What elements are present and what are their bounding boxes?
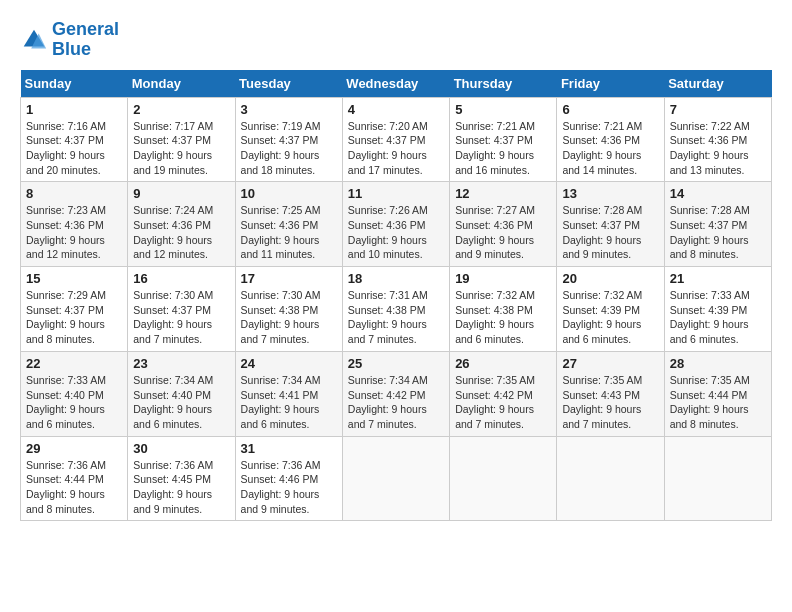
day-number: 19 bbox=[455, 271, 551, 286]
calendar-cell: 24Sunrise: 7:34 AMSunset: 4:41 PMDayligh… bbox=[235, 351, 342, 436]
day-number: 14 bbox=[670, 186, 766, 201]
calendar-cell: 7Sunrise: 7:22 AMSunset: 4:36 PMDaylight… bbox=[664, 97, 771, 182]
calendar-table: SundayMondayTuesdayWednesdayThursdayFrid… bbox=[20, 70, 772, 522]
day-detail: Sunrise: 7:30 AMSunset: 4:38 PMDaylight:… bbox=[241, 288, 337, 347]
day-number: 18 bbox=[348, 271, 444, 286]
day-number: 9 bbox=[133, 186, 229, 201]
calendar-week-2: 8Sunrise: 7:23 AMSunset: 4:36 PMDaylight… bbox=[21, 182, 772, 267]
calendar-cell: 4Sunrise: 7:20 AMSunset: 4:37 PMDaylight… bbox=[342, 97, 449, 182]
calendar-cell: 2Sunrise: 7:17 AMSunset: 4:37 PMDaylight… bbox=[128, 97, 235, 182]
day-detail: Sunrise: 7:30 AMSunset: 4:37 PMDaylight:… bbox=[133, 288, 229, 347]
calendar-cell: 6Sunrise: 7:21 AMSunset: 4:36 PMDaylight… bbox=[557, 97, 664, 182]
calendar-week-3: 15Sunrise: 7:29 AMSunset: 4:37 PMDayligh… bbox=[21, 267, 772, 352]
calendar-cell: 10Sunrise: 7:25 AMSunset: 4:36 PMDayligh… bbox=[235, 182, 342, 267]
calendar-cell: 19Sunrise: 7:32 AMSunset: 4:38 PMDayligh… bbox=[450, 267, 557, 352]
day-detail: Sunrise: 7:34 AMSunset: 4:41 PMDaylight:… bbox=[241, 373, 337, 432]
day-detail: Sunrise: 7:32 AMSunset: 4:39 PMDaylight:… bbox=[562, 288, 658, 347]
day-number: 3 bbox=[241, 102, 337, 117]
calendar-cell: 5Sunrise: 7:21 AMSunset: 4:37 PMDaylight… bbox=[450, 97, 557, 182]
calendar-cell: 15Sunrise: 7:29 AMSunset: 4:37 PMDayligh… bbox=[21, 267, 128, 352]
day-number: 15 bbox=[26, 271, 122, 286]
calendar-cell: 14Sunrise: 7:28 AMSunset: 4:37 PMDayligh… bbox=[664, 182, 771, 267]
calendar-cell: 9Sunrise: 7:24 AMSunset: 4:36 PMDaylight… bbox=[128, 182, 235, 267]
day-number: 28 bbox=[670, 356, 766, 371]
day-detail: Sunrise: 7:22 AMSunset: 4:36 PMDaylight:… bbox=[670, 119, 766, 178]
calendar-cell bbox=[342, 436, 449, 521]
day-header-thursday: Thursday bbox=[450, 70, 557, 98]
calendar-cell: 25Sunrise: 7:34 AMSunset: 4:42 PMDayligh… bbox=[342, 351, 449, 436]
day-number: 1 bbox=[26, 102, 122, 117]
day-detail: Sunrise: 7:21 AMSunset: 4:36 PMDaylight:… bbox=[562, 119, 658, 178]
day-number: 12 bbox=[455, 186, 551, 201]
day-detail: Sunrise: 7:26 AMSunset: 4:36 PMDaylight:… bbox=[348, 203, 444, 262]
day-detail: Sunrise: 7:28 AMSunset: 4:37 PMDaylight:… bbox=[562, 203, 658, 262]
day-detail: Sunrise: 7:32 AMSunset: 4:38 PMDaylight:… bbox=[455, 288, 551, 347]
day-detail: Sunrise: 7:36 AMSunset: 4:45 PMDaylight:… bbox=[133, 458, 229, 517]
calendar-cell: 30Sunrise: 7:36 AMSunset: 4:45 PMDayligh… bbox=[128, 436, 235, 521]
calendar-cell bbox=[450, 436, 557, 521]
calendar-week-5: 29Sunrise: 7:36 AMSunset: 4:44 PMDayligh… bbox=[21, 436, 772, 521]
day-detail: Sunrise: 7:34 AMSunset: 4:40 PMDaylight:… bbox=[133, 373, 229, 432]
day-detail: Sunrise: 7:28 AMSunset: 4:37 PMDaylight:… bbox=[670, 203, 766, 262]
calendar-week-1: 1Sunrise: 7:16 AMSunset: 4:37 PMDaylight… bbox=[21, 97, 772, 182]
day-header-wednesday: Wednesday bbox=[342, 70, 449, 98]
day-number: 5 bbox=[455, 102, 551, 117]
calendar-header-row: SundayMondayTuesdayWednesdayThursdayFrid… bbox=[21, 70, 772, 98]
day-detail: Sunrise: 7:34 AMSunset: 4:42 PMDaylight:… bbox=[348, 373, 444, 432]
calendar-cell: 29Sunrise: 7:36 AMSunset: 4:44 PMDayligh… bbox=[21, 436, 128, 521]
logo: General Blue bbox=[20, 20, 119, 60]
day-number: 23 bbox=[133, 356, 229, 371]
calendar-cell: 31Sunrise: 7:36 AMSunset: 4:46 PMDayligh… bbox=[235, 436, 342, 521]
day-detail: Sunrise: 7:35 AMSunset: 4:42 PMDaylight:… bbox=[455, 373, 551, 432]
day-detail: Sunrise: 7:27 AMSunset: 4:36 PMDaylight:… bbox=[455, 203, 551, 262]
day-detail: Sunrise: 7:16 AMSunset: 4:37 PMDaylight:… bbox=[26, 119, 122, 178]
day-number: 10 bbox=[241, 186, 337, 201]
page-header: General Blue bbox=[20, 20, 772, 60]
calendar-cell: 22Sunrise: 7:33 AMSunset: 4:40 PMDayligh… bbox=[21, 351, 128, 436]
calendar-cell: 8Sunrise: 7:23 AMSunset: 4:36 PMDaylight… bbox=[21, 182, 128, 267]
day-number: 2 bbox=[133, 102, 229, 117]
day-detail: Sunrise: 7:35 AMSunset: 4:44 PMDaylight:… bbox=[670, 373, 766, 432]
day-number: 24 bbox=[241, 356, 337, 371]
day-detail: Sunrise: 7:25 AMSunset: 4:36 PMDaylight:… bbox=[241, 203, 337, 262]
day-detail: Sunrise: 7:17 AMSunset: 4:37 PMDaylight:… bbox=[133, 119, 229, 178]
calendar-cell: 27Sunrise: 7:35 AMSunset: 4:43 PMDayligh… bbox=[557, 351, 664, 436]
day-detail: Sunrise: 7:36 AMSunset: 4:46 PMDaylight:… bbox=[241, 458, 337, 517]
calendar-cell: 16Sunrise: 7:30 AMSunset: 4:37 PMDayligh… bbox=[128, 267, 235, 352]
day-number: 7 bbox=[670, 102, 766, 117]
day-number: 13 bbox=[562, 186, 658, 201]
day-number: 17 bbox=[241, 271, 337, 286]
calendar-cell: 12Sunrise: 7:27 AMSunset: 4:36 PMDayligh… bbox=[450, 182, 557, 267]
calendar-week-4: 22Sunrise: 7:33 AMSunset: 4:40 PMDayligh… bbox=[21, 351, 772, 436]
day-detail: Sunrise: 7:36 AMSunset: 4:44 PMDaylight:… bbox=[26, 458, 122, 517]
day-number: 31 bbox=[241, 441, 337, 456]
calendar-cell: 23Sunrise: 7:34 AMSunset: 4:40 PMDayligh… bbox=[128, 351, 235, 436]
day-number: 4 bbox=[348, 102, 444, 117]
day-number: 6 bbox=[562, 102, 658, 117]
day-detail: Sunrise: 7:35 AMSunset: 4:43 PMDaylight:… bbox=[562, 373, 658, 432]
calendar-cell: 1Sunrise: 7:16 AMSunset: 4:37 PMDaylight… bbox=[21, 97, 128, 182]
day-header-sunday: Sunday bbox=[21, 70, 128, 98]
day-detail: Sunrise: 7:21 AMSunset: 4:37 PMDaylight:… bbox=[455, 119, 551, 178]
calendar-cell bbox=[664, 436, 771, 521]
day-number: 26 bbox=[455, 356, 551, 371]
day-number: 20 bbox=[562, 271, 658, 286]
day-number: 30 bbox=[133, 441, 229, 456]
day-detail: Sunrise: 7:23 AMSunset: 4:36 PMDaylight:… bbox=[26, 203, 122, 262]
calendar-cell: 3Sunrise: 7:19 AMSunset: 4:37 PMDaylight… bbox=[235, 97, 342, 182]
day-number: 22 bbox=[26, 356, 122, 371]
day-detail: Sunrise: 7:33 AMSunset: 4:40 PMDaylight:… bbox=[26, 373, 122, 432]
day-number: 25 bbox=[348, 356, 444, 371]
day-header-saturday: Saturday bbox=[664, 70, 771, 98]
calendar-cell: 17Sunrise: 7:30 AMSunset: 4:38 PMDayligh… bbox=[235, 267, 342, 352]
day-detail: Sunrise: 7:24 AMSunset: 4:36 PMDaylight:… bbox=[133, 203, 229, 262]
calendar-cell: 11Sunrise: 7:26 AMSunset: 4:36 PMDayligh… bbox=[342, 182, 449, 267]
day-number: 29 bbox=[26, 441, 122, 456]
day-detail: Sunrise: 7:33 AMSunset: 4:39 PMDaylight:… bbox=[670, 288, 766, 347]
calendar-cell: 26Sunrise: 7:35 AMSunset: 4:42 PMDayligh… bbox=[450, 351, 557, 436]
day-number: 21 bbox=[670, 271, 766, 286]
day-number: 16 bbox=[133, 271, 229, 286]
day-detail: Sunrise: 7:19 AMSunset: 4:37 PMDaylight:… bbox=[241, 119, 337, 178]
calendar-cell: 18Sunrise: 7:31 AMSunset: 4:38 PMDayligh… bbox=[342, 267, 449, 352]
logo-text: General Blue bbox=[52, 20, 119, 60]
